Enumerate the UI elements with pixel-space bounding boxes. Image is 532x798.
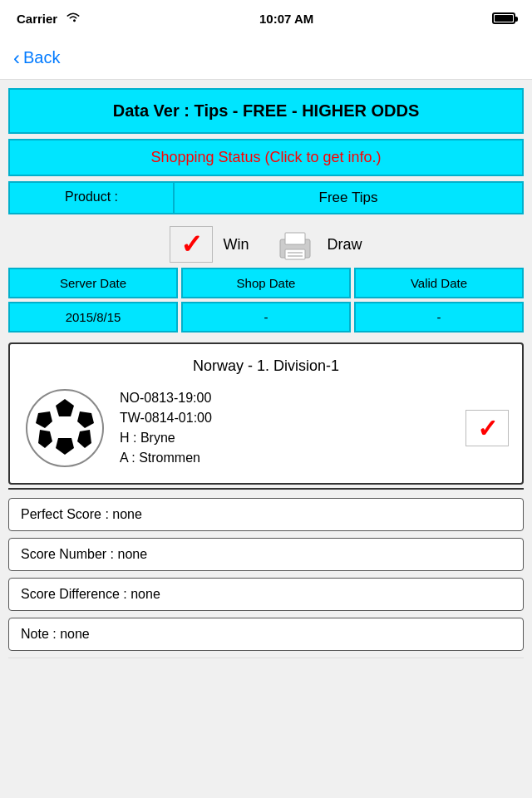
draw-icon [273, 226, 317, 263]
nav-bar: ‹ Back [0, 37, 532, 80]
product-value: Free Tips [175, 181, 524, 214]
wifi-icon [66, 12, 81, 26]
match-body: NO-0813-19:00 TW-0814-01:00 H : Bryne A … [23, 387, 509, 470]
back-chevron-icon: ‹ [13, 47, 20, 70]
match-time-2: TW-0814-01:00 [120, 411, 452, 426]
back-button[interactable]: ‹ Back [13, 47, 60, 70]
bottom-divider [8, 658, 524, 658]
win-label: Win [223, 236, 249, 254]
win-section: ✓ Win [170, 226, 249, 263]
match-time-1: NO-0813-19:00 [120, 391, 452, 406]
svg-rect-2 [285, 249, 305, 259]
match-away: A : Strommen [120, 451, 452, 466]
match-card: Norway - 1. Division-1 NO-0813-19:00 TW-… [8, 342, 524, 485]
product-label: Product : [8, 181, 175, 214]
back-label: Back [23, 48, 60, 67]
battery-icon [492, 12, 515, 24]
status-time: 10:07 AM [259, 12, 313, 26]
win-draw-row: ✓ Win Draw [8, 221, 524, 268]
status-right [492, 12, 515, 24]
score-number-box: Score Number : none [8, 538, 524, 571]
match-details: NO-0813-19:00 TW-0814-01:00 H : Bryne A … [120, 391, 452, 466]
soccer-ball-icon [23, 387, 106, 470]
product-row: Product : Free Tips [8, 181, 524, 214]
match-checkmark-box: ✓ [466, 410, 509, 446]
draw-label: Draw [327, 236, 362, 254]
shopping-status-button[interactable]: Shopping Status (Click to get info.) [8, 139, 524, 176]
win-v-icon: ✓ [180, 231, 203, 258]
perfect-score-box: Perfect Score : none [8, 498, 524, 531]
date-headers-row: Server Date Shop Date Valid Date [8, 268, 524, 298]
valid-date-header: Valid Date [354, 268, 524, 298]
svg-rect-1 [285, 233, 305, 244]
data-version-header: Data Ver : Tips - FREE - HIGHER ODDS [8, 88, 524, 134]
valid-date-value: - [354, 302, 524, 332]
shop-date-value: - [181, 302, 351, 332]
match-v-icon: ✓ [477, 414, 498, 443]
score-boxes: Perfect Score : none Score Number : none… [8, 498, 524, 651]
note-box: Note : none [8, 618, 524, 651]
shop-date-header: Shop Date [181, 268, 351, 298]
draw-section: Draw [273, 226, 362, 263]
score-divider [8, 488, 524, 490]
status-bar: Carrier 10:07 AM [0, 0, 532, 37]
carrier-label: Carrier [17, 12, 81, 26]
date-values-row: 2015/8/15 - - [8, 302, 524, 332]
server-date-value: 2015/8/15 [8, 302, 178, 332]
match-league: Norway - 1. Division-1 [23, 357, 509, 375]
server-date-header: Server Date [8, 268, 178, 298]
score-difference-box: Score Difference : none [8, 578, 524, 611]
match-home: H : Bryne [120, 431, 452, 446]
win-checkmark-box: ✓ [170, 226, 213, 263]
